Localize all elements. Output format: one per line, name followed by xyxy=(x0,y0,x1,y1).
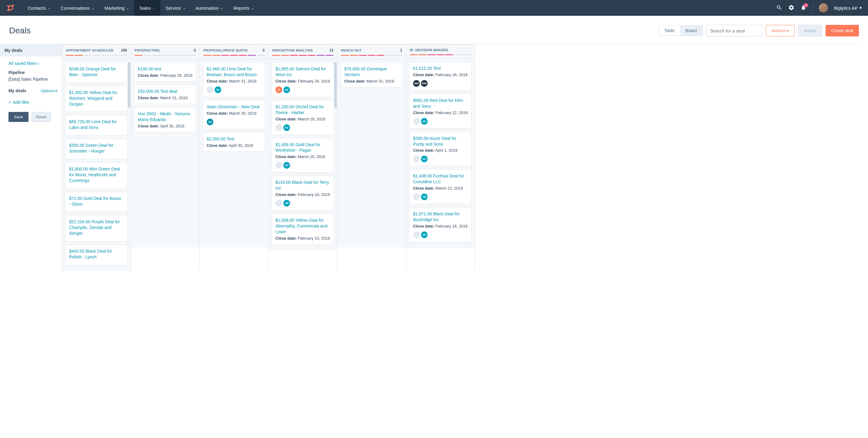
card-close-date: Close date: March 31, 2019 xyxy=(344,79,399,83)
avatar[interactable]: DW xyxy=(421,80,428,87)
avatar[interactable] xyxy=(413,231,420,238)
search-box[interactable] xyxy=(706,25,762,36)
create-deal-button[interactable]: Create deal xyxy=(826,25,859,36)
actions-button[interactable]: Actions ▾ xyxy=(766,25,795,36)
avatars: AH xyxy=(413,231,468,238)
avatar[interactable]: AZ xyxy=(215,86,221,93)
avatar[interactable]: AA xyxy=(421,155,428,162)
card-title: $350.00 Green Deal for Schmeler - Hoeger xyxy=(69,143,124,154)
bell-icon[interactable]: 3 xyxy=(800,4,806,11)
deal-card[interactable]: $1,058.00 Yellow Deal for Abernathy, Cum… xyxy=(272,213,334,244)
deal-card[interactable]: $248.00 Orange Deal for Beer - Spencer xyxy=(65,62,128,83)
avatar[interactable]: AC xyxy=(283,124,290,131)
scrollbar[interactable] xyxy=(334,62,337,108)
nav-item-service[interactable]: Service⌄ xyxy=(160,0,190,16)
nav-item-automation[interactable]: Automation⌄ xyxy=(191,0,228,16)
card-close-date: Close date: February 10, 2019 xyxy=(276,236,330,240)
avatar[interactable]: AS xyxy=(283,86,290,93)
card-close-date: Close date: March 31, 2019 xyxy=(138,95,192,100)
avatar[interactable]: AK xyxy=(421,118,428,125)
avatar[interactable]: AB xyxy=(421,194,428,200)
avatars: AZ xyxy=(207,86,261,93)
search-input[interactable] xyxy=(710,28,768,33)
user-avatar[interactable] xyxy=(819,3,828,12)
column-header: ID. DECISION MAKERS xyxy=(406,44,475,59)
avatar[interactable] xyxy=(276,200,282,207)
column-header: REACH OUT 1 xyxy=(337,44,406,59)
avatar[interactable] xyxy=(207,86,213,93)
deal-card[interactable]: $562.00 Red Deal for Kihn and Sons Close… xyxy=(409,94,472,128)
deal-card[interactable]: $1,409.00 Gold Deal for Wintheiser - Pag… xyxy=(272,138,334,173)
column-header: APPOINTMENT SCHEDULED 155 xyxy=(62,44,131,59)
avatar[interactable]: AB xyxy=(283,200,290,207)
view-board-button[interactable]: Board xyxy=(680,26,702,35)
deal-card[interactable]: $1,330.00 Orchid Deal for Towne - Harber… xyxy=(272,100,334,135)
nav-item-sales[interactable]: Sales⌄ xyxy=(134,0,161,16)
avatar[interactable] xyxy=(276,124,282,131)
avatar[interactable]: R xyxy=(276,86,282,93)
deal-card[interactable]: $395.00 Azure Deal for Purdy and Sons Cl… xyxy=(409,132,472,167)
card-title: $2,000.00 Test xyxy=(207,136,261,142)
card-title: $1,436.00 Fuchsia Deal for Considine LLC xyxy=(413,173,468,185)
sidebar-tab-my-deals[interactable]: My deals xyxy=(0,44,62,56)
avatars: SS xyxy=(207,119,261,125)
nav-item-marketing[interactable]: Marketing⌄ xyxy=(99,0,134,16)
deal-card[interactable]: $72.00 Gold Deal for Bosco - Olson xyxy=(65,192,128,212)
deal-card[interactable]: $2,000.00 Test Close date: April 30, 201… xyxy=(203,132,265,152)
deal-card[interactable]: $1,800.00 Mint Green Deal for Morar, Hea… xyxy=(65,162,128,189)
options-dropdown[interactable]: Options ▾ xyxy=(41,89,57,93)
deal-card[interactable]: Insc 0001 - Medic - Noturno Maria Eduard… xyxy=(134,107,196,132)
deal-card[interactable]: $443.00 Black Deal for Pollich - Lynch xyxy=(65,244,128,265)
column-header: PROPOSAL/PRICE QUOTE 3 xyxy=(200,44,268,59)
deal-card[interactable]: $350.00 Green Deal for Schmeler - Hoeger xyxy=(65,139,128,159)
card-close-date: Close date: March 22, 2019 xyxy=(413,186,468,191)
avatar[interactable]: AH xyxy=(421,231,428,238)
column: PROSPECTING 3 €100.00 test Close date: F… xyxy=(131,44,200,271)
board-wrapper[interactable]: APPOINTMENT SCHEDULED 155 $248.00 Orange… xyxy=(62,44,868,271)
card-title: $69,725.00 Lime Deal for Lakin and Sons xyxy=(69,119,124,130)
avatar[interactable] xyxy=(413,194,420,200)
column-title: PERCEPTION ANALYSIS xyxy=(272,49,313,52)
reset-button[interactable]: Reset xyxy=(32,112,51,122)
card-title: $1,392.00 Yellow Deal for Reichert, Wieg… xyxy=(69,90,124,107)
view-table-button[interactable]: Table xyxy=(659,26,680,35)
column-count: 155 xyxy=(121,48,127,53)
card-title: Insc 0001 - Medic - Noturno Maria Eduard… xyxy=(138,111,192,122)
deal-card[interactable]: $75,000.00 Dominique Verniers Close date… xyxy=(340,62,403,87)
progress-bar xyxy=(341,55,402,56)
add-filter-button[interactable]: + Add filter xyxy=(8,100,57,105)
deal-card[interactable]: £50,000.00 Test deal Close date: March 3… xyxy=(134,85,196,104)
nav-item-reports[interactable]: Reports⌄ xyxy=(228,0,259,16)
search-icon[interactable] xyxy=(776,4,782,11)
avatar[interactable] xyxy=(413,155,420,162)
deal-card[interactable]: $22,104.00 Purple Deal for Champlin, Zem… xyxy=(65,215,128,241)
avatar[interactable] xyxy=(276,162,282,169)
avatar[interactable]: AP xyxy=(283,162,290,169)
scrollbar[interactable] xyxy=(128,62,130,108)
deal-card[interactable]: $143.00 Black Deal for Terry Inc Close d… xyxy=(272,176,334,210)
nav-item-contacts[interactable]: Contacts⌄ xyxy=(23,0,56,16)
nav-item-conversations[interactable]: Conversations⌄ xyxy=(56,0,99,16)
avatar[interactable] xyxy=(413,118,420,125)
column: ID. DECISION MAKERS €1,512.20 Test Close… xyxy=(406,44,475,271)
deal-card[interactable]: $1,855.00 Salmon Deal for West Inc Close… xyxy=(272,62,334,97)
avatar[interactable]: DW xyxy=(413,80,420,87)
import-button[interactable]: Import xyxy=(798,25,822,36)
column-body: $248.00 Orange Deal for Beer - Spencer $… xyxy=(62,59,131,271)
user-menu[interactable]: Biglytics AP ▾ xyxy=(834,5,862,10)
gear-icon[interactable] xyxy=(788,4,794,11)
save-button[interactable]: Save xyxy=(8,112,29,122)
card-close-date: Close date: February 28, 2019 xyxy=(138,73,192,78)
deal-card[interactable]: $69,725.00 Lime Deal for Lakin and Sons xyxy=(65,115,128,136)
deal-card[interactable]: €100.00 test Close date: February 28, 20… xyxy=(134,62,196,82)
deal-card[interactable]: €1,512.20 Test Close date: February 28, … xyxy=(409,62,472,91)
hubspot-logo[interactable] xyxy=(6,3,15,12)
deal-card[interactable]: $1,392.00 Yellow Deal for Reichert, Wieg… xyxy=(65,86,128,112)
avatar[interactable]: SS xyxy=(207,119,213,125)
deal-card[interactable]: $1,436.00 Fuchsia Deal for Considine LLC… xyxy=(409,169,472,204)
deal-card[interactable]: $1,971.00 Black Deal for Buckridge Inc C… xyxy=(409,207,472,242)
card-title: $1,409.00 Gold Deal for Wintheiser - Pag… xyxy=(276,142,330,153)
deal-card[interactable]: Sean Shoreman - New Deal Close date: Mar… xyxy=(203,100,265,129)
deal-card[interactable]: $1,966.00 Lime Deal for Beahan, Bosco an… xyxy=(203,62,265,97)
all-saved-filters-link[interactable]: All saved filters › xyxy=(8,61,57,66)
